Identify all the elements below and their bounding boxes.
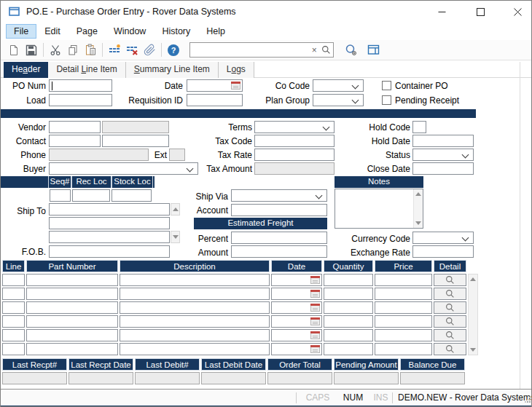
- line-cell[interactable]: [2, 329, 25, 341]
- quantity-cell[interactable]: [324, 315, 373, 328]
- plan-group-dropdown[interactable]: [313, 94, 364, 106]
- status-dropdown[interactable]: [412, 149, 474, 161]
- description-cell[interactable]: [120, 329, 270, 341]
- layout-grid-icon[interactable]: [364, 42, 382, 59]
- notes-textarea[interactable]: [335, 189, 423, 229]
- line-cell[interactable]: [2, 343, 25, 355]
- tab-header[interactable]: Header: [4, 62, 48, 78]
- line-cell[interactable]: [2, 288, 25, 300]
- part-number-cell[interactable]: [26, 329, 118, 341]
- seq-field[interactable]: [50, 189, 71, 202]
- price-cell[interactable]: [375, 315, 432, 328]
- contact-name-field[interactable]: [102, 135, 169, 147]
- part-number-cell[interactable]: [26, 343, 118, 355]
- copy-icon[interactable]: [64, 42, 82, 59]
- calendar-icon[interactable]: [310, 276, 320, 284]
- menu-window[interactable]: Window: [106, 24, 154, 39]
- menu-edit[interactable]: Edit: [36, 24, 69, 39]
- price-cell[interactable]: [375, 301, 432, 314]
- percent-field[interactable]: [231, 232, 327, 244]
- save-icon[interactable]: [23, 42, 40, 59]
- quantity-cell[interactable]: [324, 343, 373, 355]
- description-cell[interactable]: [120, 343, 270, 355]
- scroll-up-icon[interactable]: [470, 277, 476, 281]
- stock-loc-field[interactable]: [112, 189, 152, 202]
- detail-button[interactable]: [434, 288, 466, 300]
- line-cell[interactable]: [2, 274, 25, 286]
- tax-rate-field[interactable]: [254, 149, 335, 161]
- part-number-cell[interactable]: [26, 274, 118, 286]
- description-cell[interactable]: [120, 288, 270, 300]
- calendar-icon[interactable]: [310, 290, 320, 298]
- detail-button[interactable]: [434, 343, 466, 355]
- ship-via-dropdown[interactable]: [231, 189, 327, 202]
- paste-icon[interactable]: [82, 42, 99, 59]
- maximize-button[interactable]: [466, 1, 494, 23]
- delete-row-icon[interactable]: [123, 42, 141, 59]
- quantity-cell[interactable]: [324, 329, 373, 341]
- minimize-button[interactable]: [428, 1, 455, 23]
- close-button[interactable]: [502, 1, 532, 23]
- fob-field[interactable]: [49, 245, 170, 258]
- part-number-cell[interactable]: [26, 315, 118, 328]
- part-number-cell[interactable]: [26, 288, 118, 300]
- clear-search-icon[interactable]: [309, 45, 320, 55]
- ship-to-line2-field[interactable]: [49, 217, 170, 229]
- ship-to-line1-field[interactable]: [49, 203, 170, 216]
- price-cell[interactable]: [375, 274, 432, 286]
- scroll-up-icon[interactable]: [415, 192, 421, 196]
- date-cell[interactable]: [271, 343, 322, 355]
- date-cell[interactable]: [271, 329, 322, 341]
- tab-detail-line-item[interactable]: Detail Line Item: [48, 62, 125, 78]
- tab-summary-line-item[interactable]: Summary Line Item: [126, 62, 219, 78]
- calendar-icon[interactable]: [310, 317, 320, 325]
- quantity-cell[interactable]: [324, 288, 373, 300]
- notes-scrollbar[interactable]: [413, 189, 423, 228]
- date-cell[interactable]: [271, 274, 322, 286]
- hold-code-field[interactable]: [412, 121, 426, 133]
- quantity-cell[interactable]: [324, 301, 373, 314]
- detail-button[interactable]: [434, 315, 466, 328]
- detail-button[interactable]: [434, 301, 466, 314]
- terms-dropdown[interactable]: [254, 121, 335, 133]
- ship-to-line3-field[interactable]: [49, 231, 170, 243]
- pending-receipt-checkbox[interactable]: [382, 95, 391, 105]
- container-po-checkbox[interactable]: [382, 81, 391, 90]
- menu-history[interactable]: History: [154, 24, 198, 39]
- attachment-icon[interactable]: [141, 42, 158, 59]
- requisition-id-field[interactable]: [187, 94, 243, 106]
- search-input[interactable]: [190, 44, 309, 56]
- detail-button[interactable]: [434, 329, 466, 341]
- insert-row-icon[interactable]: [106, 42, 123, 59]
- date-field[interactable]: [187, 79, 243, 92]
- calendar-icon[interactable]: [310, 331, 320, 339]
- search-icon[interactable]: [320, 45, 333, 55]
- description-cell[interactable]: [120, 301, 270, 314]
- vendor-code-field[interactable]: [49, 121, 101, 133]
- line-cell[interactable]: [2, 301, 25, 314]
- tax-code-field[interactable]: [254, 135, 335, 147]
- price-cell[interactable]: [375, 288, 432, 300]
- tab-logs[interactable]: Logs: [219, 62, 254, 78]
- scroll-down-icon[interactable]: [470, 348, 476, 352]
- menu-file[interactable]: File: [6, 24, 36, 39]
- resize-grip-icon[interactable]: [525, 397, 531, 403]
- description-cell[interactable]: [120, 274, 270, 286]
- close-date-field[interactable]: [412, 162, 474, 175]
- buyer-dropdown[interactable]: [49, 162, 198, 175]
- price-cell[interactable]: [375, 343, 432, 355]
- currency-code-dropdown[interactable]: [412, 232, 474, 244]
- account-field[interactable]: [231, 204, 327, 216]
- cut-icon[interactable]: [47, 42, 64, 59]
- menu-page[interactable]: Page: [69, 24, 106, 39]
- part-number-cell[interactable]: [26, 301, 118, 314]
- price-cell[interactable]: [375, 329, 432, 341]
- contact-code-field[interactable]: [49, 135, 101, 147]
- date-cell[interactable]: [271, 288, 322, 300]
- co-code-dropdown[interactable]: [313, 79, 364, 92]
- load-field[interactable]: [49, 94, 112, 106]
- detail-button[interactable]: [434, 274, 466, 286]
- line-items-scrollbar[interactable]: [468, 274, 478, 355]
- menu-help[interactable]: Help: [198, 24, 233, 39]
- hold-date-field[interactable]: [412, 135, 474, 147]
